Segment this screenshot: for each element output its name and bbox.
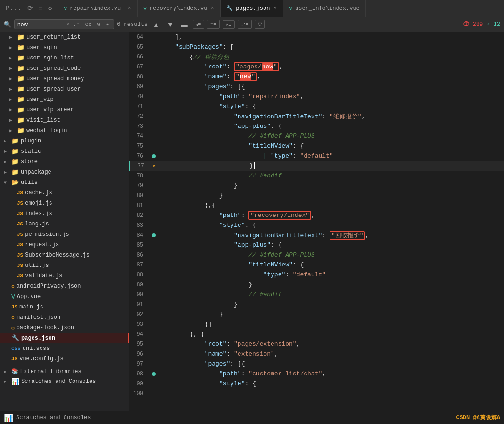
sidebar-item-label: request.js xyxy=(25,241,59,248)
clear-search-icon[interactable]: × xyxy=(66,22,70,27)
line-number: 64 xyxy=(129,34,149,41)
next-result-btn[interactable]: ▼ xyxy=(165,20,176,29)
sidebar-item-package-lock-json[interactable]: ⚙ package-lock.json xyxy=(0,323,129,333)
sidebar-item-android-privacy[interactable]: ⚙ androidPrivacy.json xyxy=(0,281,129,291)
line-number: 76 xyxy=(129,153,149,159)
sidebar-item-main-js[interactable]: JS main.js xyxy=(0,302,129,312)
sidebar-item-request-js[interactable]: JS request.js xyxy=(0,240,129,250)
word-btn[interactable]: W xyxy=(95,21,102,28)
tab-pages-close[interactable]: × xyxy=(273,5,277,11)
search-input[interactable] xyxy=(17,21,65,28)
line-number: 77 xyxy=(130,163,150,169)
json-file-icon-2: ⚙ xyxy=(11,283,15,290)
code-editor[interactable]: 64 ], 65 "subPackages": [ 66 {// 模块分包 67 xyxy=(129,32,504,411)
vue-file-icon-2: V xyxy=(143,6,147,11)
results-count: 6 results xyxy=(117,21,148,28)
sidebar-item-user-sgin[interactable]: ▶ 📁 user_sgin xyxy=(0,42,129,53)
funnel-btn[interactable]: ▽ xyxy=(255,20,265,29)
prev-result-btn[interactable]: ▲ xyxy=(150,20,162,29)
line-number: 93 xyxy=(129,321,149,328)
line-content: "navigationBarTitleText": "回收报价", xyxy=(158,231,504,240)
line-content: ], xyxy=(158,33,504,41)
sidebar-item-uni-scss[interactable]: CSS uni.scss xyxy=(0,343,129,354)
line-content: "path": "customer_list/chat", xyxy=(158,370,504,377)
search-bar: 🔍 × .* Cc W ★ 6 results ▲ ▼ ▬ ₁≡ ⁻≡ ×≡ ⇌… xyxy=(0,17,504,32)
sidebar-item-user-spread-user[interactable]: ▶ 📁 user_spread_user xyxy=(0,84,129,94)
filter-btn-4[interactable]: ⇌≡ xyxy=(238,20,251,29)
sidebar-item-wechat-login[interactable]: ▶ 📁 wechat_login xyxy=(0,125,129,136)
sidebar-item-user-sgin-list[interactable]: ▶ 📁 user_sgin_list xyxy=(0,53,129,63)
sidebar-item-subscribe-js[interactable]: JS SubscribeMessage.js xyxy=(0,250,129,260)
sidebar-item-index-js[interactable]: JS index.js xyxy=(0,208,129,219)
code-area: 64 ], 65 "subPackages": [ 66 {// 模块分包 67 xyxy=(129,32,504,399)
search-input-wrap[interactable]: × .* Cc W ★ xyxy=(14,19,114,29)
arrow-icon: ▶ xyxy=(9,55,15,61)
sidebar-item-utils[interactable]: ▼ 📂 utils xyxy=(0,177,129,188)
regex-btn[interactable]: .* xyxy=(72,21,82,28)
sidebar-item-emoji-js[interactable]: JS emoji.js xyxy=(0,198,129,208)
sidebar-item-permission-js[interactable]: JS permission.js xyxy=(0,229,129,240)
line-number: 69 xyxy=(129,83,149,90)
sidebar-item-user-vip[interactable]: ▶ 📁 user_vip xyxy=(0,94,129,105)
filter-options-btn[interactable]: ₁≡ xyxy=(193,20,204,29)
case-btn[interactable]: Cc xyxy=(83,21,93,28)
sidebar-item-manifest-json[interactable]: ⚙ manifest.json xyxy=(0,312,129,323)
sidebar-item-plugin[interactable]: ▶ 📁 plugin xyxy=(0,136,129,146)
tab-repair[interactable]: V repair\index.vu· × xyxy=(58,0,138,17)
line-content: "titleNView": { xyxy=(158,142,504,150)
code-line-80: 80 } xyxy=(129,191,504,200)
sidebar-item-label: manifest.json xyxy=(17,314,61,321)
error-count: ⓵ 289 xyxy=(463,21,483,28)
list-icon[interactable]: ≡ xyxy=(37,4,44,13)
status-bar-left: 📊 Scratches and Consoles xyxy=(4,413,452,423)
filter-btn-3[interactable]: ×≡ xyxy=(223,20,235,29)
status-bar-right: CSDN @A黄俊辉A xyxy=(456,414,500,422)
sidebar-item-label: user_sgin_list xyxy=(26,55,74,61)
sidebar-item-label: user_vip xyxy=(26,96,54,103)
collapse-btn[interactable]: ▬ xyxy=(179,20,190,29)
line-gutter xyxy=(149,372,158,376)
line-content: "pages": [{ xyxy=(158,360,504,367)
sidebar-item-visit-list[interactable]: ▶ 📁 visit_list xyxy=(0,115,129,125)
sidebar-item-app-vue[interactable]: V App.vue xyxy=(0,291,129,302)
tab-pages[interactable]: 🔧 pages.json × xyxy=(221,0,283,17)
sidebar-item-user-spread-code[interactable]: ▶ 📁 user_spread_code xyxy=(0,63,129,74)
sidebar-item-external-libraries[interactable]: ▶ 📚 External Libraries xyxy=(0,366,129,376)
settings-icon[interactable]: ⚙ xyxy=(46,3,54,13)
tab-user-info[interactable]: V user_info\index.vue xyxy=(283,0,365,17)
sidebar-item-scratches[interactable]: ▶ 📊 Scratches and Consoles xyxy=(0,376,129,387)
line-content xyxy=(158,390,504,397)
folder-icon: 📁 xyxy=(11,168,19,176)
sidebar-item-static[interactable]: ▶ 📁 static xyxy=(0,146,129,157)
sidebar-item-pages-json[interactable]: 🔧 pages.json xyxy=(0,333,129,343)
pin-btn[interactable]: ★ xyxy=(104,21,111,28)
sidebar-item-store[interactable]: ▶ 📁 store xyxy=(0,157,129,167)
sidebar-item-vue-config-js[interactable]: JS vue.config.js xyxy=(0,354,129,364)
line-content: // #ifdef APP-PLUS xyxy=(158,133,504,140)
refresh-icon[interactable]: ⟳ xyxy=(25,3,35,13)
csdn-badge: CSDN @A黄俊辉A xyxy=(456,414,500,422)
project-icon[interactable]: P... xyxy=(4,4,24,13)
sidebar-item-util-js[interactable]: JS util.js xyxy=(0,260,129,271)
tab-repair-close[interactable]: × xyxy=(127,5,132,11)
filter-btn-2[interactable]: ⁻≡ xyxy=(207,20,219,29)
sidebar-item-user-vip-areer[interactable]: ▶ 📁 user_vip_areer xyxy=(0,105,129,115)
folder-icon: 📁 xyxy=(17,44,25,51)
line-number: 68 xyxy=(129,74,149,80)
sidebar-item-cache-js[interactable]: JS cache.js xyxy=(0,188,129,198)
sidebar-item-label: App.vue xyxy=(17,293,41,300)
sidebar-item-user-return-list[interactable]: ▶ 📁 user_return_list xyxy=(0,32,129,42)
sidebar-item-user-spread-money[interactable]: ▶ 📁 user_spread_money xyxy=(0,74,129,84)
line-gutter xyxy=(149,154,158,158)
line-content: {// 模块分包 xyxy=(158,53,504,61)
sidebar-item-validate-js[interactable]: JS validate.js xyxy=(0,271,129,281)
code-line-75: 75 "titleNView": { xyxy=(129,141,504,151)
line-content: "root": "pages/new", xyxy=(158,63,504,70)
code-line-82: 82 "path": "recovery/index", xyxy=(129,210,504,220)
line-content: "path": "repair/index", xyxy=(158,93,504,100)
sidebar-item-lang-js[interactable]: JS lang.js xyxy=(0,219,129,229)
sidebar-item-unpackage[interactable]: ▶ 📁 unpackage xyxy=(0,167,129,177)
tab-recovery-close[interactable]: × xyxy=(210,5,215,11)
tab-recovery[interactable]: V recovery\index.vu × xyxy=(138,0,221,17)
line-content: "type": "default" xyxy=(158,271,504,278)
